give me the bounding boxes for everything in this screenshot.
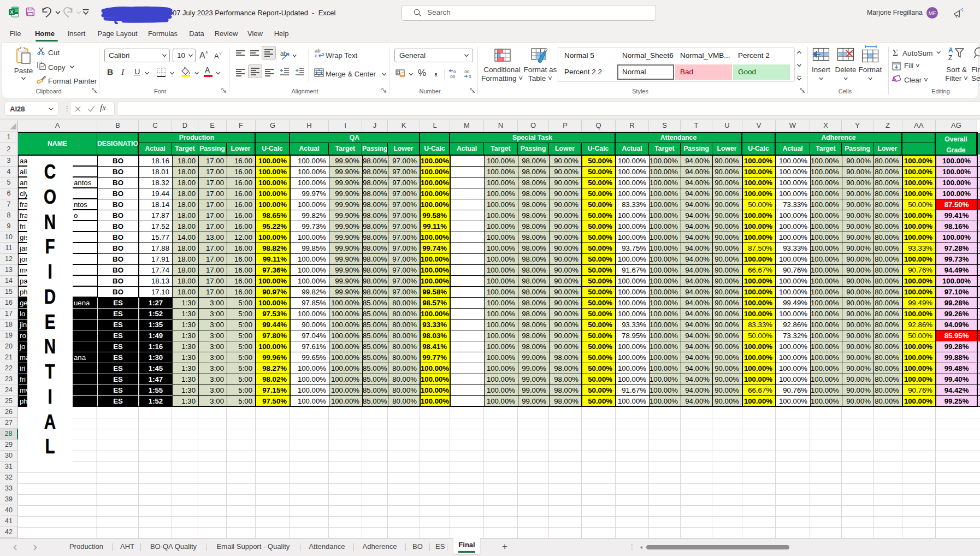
svg-text:X: X (10, 9, 13, 15)
svg-text:A: A (948, 47, 953, 54)
svg-text:.00: .00 (449, 74, 456, 79)
svg-text:0: 0 (469, 74, 471, 79)
svg-text:Z: Z (948, 54, 952, 62)
svg-text:c: c (315, 52, 317, 58)
